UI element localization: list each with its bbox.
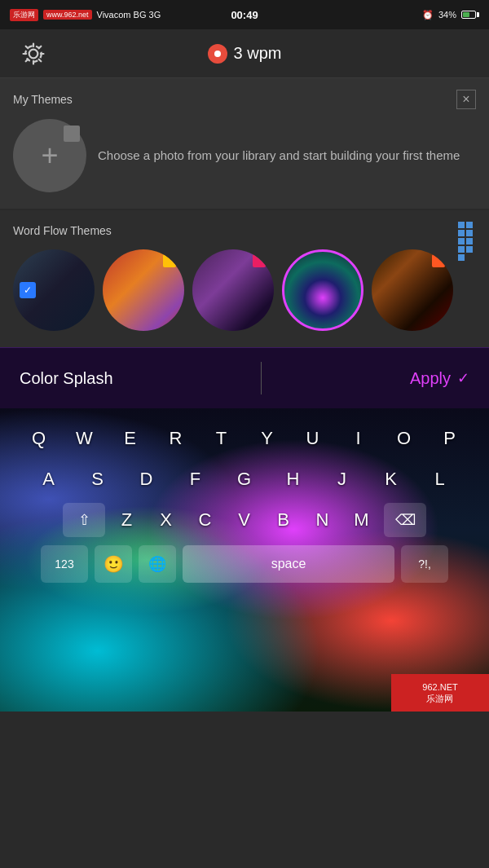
key-B[interactable]: B [267,501,301,539]
grid-view-button[interactable] [458,222,476,240]
word-flow-header: Word Flow Themes [13,222,476,240]
carrier-text: Vivacom BG 3G [97,10,161,20]
gear-icon [20,41,46,67]
grid-dot [458,238,465,245]
settings-button[interactable] [16,37,51,71]
battery-fill [463,12,469,17]
key-G[interactable]: G [222,460,267,498]
wpm-section: 3 wpm [208,44,282,64]
word-flow-section: Word Flow Themes ✓ [0,210,489,347]
grid-dot [458,254,465,261]
key-Z[interactable]: Z [110,501,144,539]
key-X[interactable]: X [149,501,183,539]
my-themes-description: Choose a photo from your library and sta… [98,147,460,165]
alarm-icon: ⏰ [422,10,434,20]
theme-item-canyon[interactable] [103,249,184,331]
key-T[interactable]: T [201,420,242,457]
key-Q[interactable]: Q [19,420,59,457]
key-N[interactable]: N [306,501,340,539]
key-M[interactable]: M [345,501,379,539]
my-themes-close-button[interactable]: × [456,90,476,109]
theme-item-colorsplash[interactable] [282,249,363,331]
theme-badge [432,254,445,267]
numbers-key[interactable]: 123 [41,545,88,583]
battery-body [461,11,476,19]
keyboard-row-2: A S D F G H J K L [0,457,489,498]
shift-key[interactable]: ⇧ [63,503,105,537]
battery-icon [461,11,479,19]
grid-dot [466,230,473,236]
grid-dot [466,222,473,228]
key-D[interactable]: D [125,460,169,498]
apply-label: Apply [410,369,451,388]
battery-tip [477,12,479,17]
color-splash-label: Color Splash [20,369,113,388]
battery-percent: 34% [438,10,456,20]
theme-item-dark[interactable]: ✓ [13,249,95,331]
key-S[interactable]: S [76,460,120,498]
splash-divider [261,362,262,394]
themes-row: ✓ [13,249,476,331]
svg-point-0 [29,49,38,58]
key-C[interactable]: C [188,501,222,539]
key-H[interactable]: H [271,460,315,498]
space-key[interactable]: space [183,545,394,583]
watermark-text: 962.NET 乐游网 [422,681,457,705]
watermark-left: 乐游网 [10,9,38,21]
theme-item-purple[interactable] [192,249,274,331]
key-I[interactable]: I [338,420,379,457]
watermark-right: www.962.net [43,10,92,20]
key-Y[interactable]: Y [247,420,288,457]
delete-key[interactable]: ⌫ [384,503,426,537]
color-splash-bar: Color Splash Apply ✓ [0,347,489,408]
plus-icon: + [41,141,58,170]
watermark-line2: 乐游网 [422,693,457,704]
word-flow-title: Word Flow Themes [13,224,112,237]
key-L[interactable]: L [418,460,462,498]
selected-check-badge: ✓ [20,282,36,298]
punctuation-key[interactable]: ?!, [401,545,448,583]
key-W[interactable]: W [64,420,105,457]
theme-item-darkwave[interactable] [372,249,453,331]
apply-button[interactable]: Apply ✓ [410,369,469,388]
grid-dot [466,246,473,253]
keyboard-row-3: ⇧ Z X C V B N M ⌫ [0,498,489,539]
status-bar: 乐游网 www.962.net Vivacom BG 3G 00:49 ⏰ 34… [0,0,489,29]
my-themes-title: My Themes [13,93,73,106]
grid-dot [458,222,465,228]
globe-key[interactable]: 🌐 [139,545,176,583]
key-V[interactable]: V [227,501,262,539]
wpm-value: 3 wpm [234,44,282,63]
key-U[interactable]: U [293,420,333,457]
grid-dot [466,238,473,245]
wpm-logo [208,44,227,64]
grid-dot [458,230,465,236]
watermark-line1: 962.NET [422,681,457,693]
key-K[interactable]: K [369,460,413,498]
key-J[interactable]: J [320,460,364,498]
key-F[interactable]: F [174,460,218,498]
apply-check-icon: ✓ [457,369,469,387]
key-P[interactable]: P [430,420,470,457]
keyboard-row-1: Q W E R T Y U I O P [0,408,489,457]
my-themes-content: + Choose a photo from your library and s… [13,119,476,192]
key-E[interactable]: E [110,420,151,457]
my-themes-header: My Themes × [13,90,476,109]
key-A[interactable]: A [27,460,71,498]
add-theme-button[interactable]: + [13,119,86,192]
top-bar: 3 wpm [0,29,489,78]
my-themes-section: My Themes × + Choose a photo from your l… [0,78,489,209]
keyboard-row-4: 123 🙂 🌐 space ?!, [0,539,489,583]
status-left: 乐游网 www.962.net Vivacom BG 3G [10,9,161,21]
grid-dot [458,246,465,253]
emoji-key[interactable]: 🙂 [95,545,132,583]
bottom-watermark: 962.NET 乐游网 [391,674,489,712]
key-R[interactable]: R [156,420,196,457]
status-right: ⏰ 34% [422,10,479,20]
theme-badge [163,254,176,267]
keyboard: Q W E R T Y U I O P A S D F G H J K L ⇧ … [0,408,489,712]
status-time: 00:49 [231,9,258,21]
key-O[interactable]: O [384,420,425,457]
theme-badge [253,254,266,267]
